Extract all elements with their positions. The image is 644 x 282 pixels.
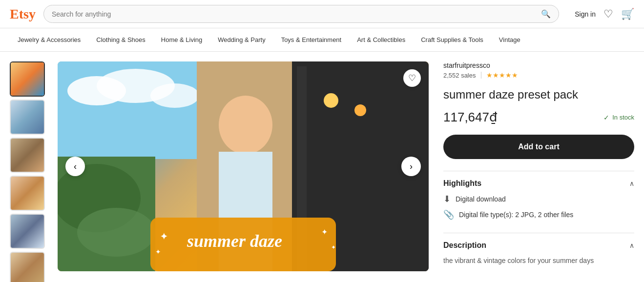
svg-text:✦: ✦ bbox=[331, 244, 336, 251]
nav-item-jewelry[interactable]: Jewelry & Accessories bbox=[10, 33, 88, 46]
search-input[interactable] bbox=[52, 10, 541, 18]
product-title: summer daze preset pack bbox=[443, 87, 634, 102]
sales-count: 2,552 sales bbox=[443, 72, 476, 79]
check-icon: ✓ bbox=[603, 114, 609, 121]
highlights-title: Highlights bbox=[443, 179, 481, 188]
in-stock-badge: ✓ In stock bbox=[603, 114, 634, 121]
nav-item-toys[interactable]: Toys & Entertainment bbox=[273, 33, 350, 46]
main-image-bg: ✦ ✦ ✦ ✦ summer daze bbox=[58, 61, 429, 271]
in-stock-text: In stock bbox=[612, 114, 634, 121]
thumbnail-6[interactable] bbox=[10, 252, 45, 282]
product-details: starfruitpressco 2,552 sales ★★★★★ summe… bbox=[438, 61, 634, 282]
search-bar: 🔍 bbox=[43, 5, 559, 23]
highlight-text-1: Digital download bbox=[456, 195, 506, 203]
svg-text:summer daze: summer daze bbox=[187, 231, 282, 251]
main-content: ✦ ✦ ✦ ✦ summer daze ‹ › ♡ starfruitpress… bbox=[0, 52, 644, 282]
prev-button[interactable]: ‹ bbox=[65, 157, 85, 176]
nav-bar: Jewelry & Accessories Clothing & Shoes H… bbox=[0, 28, 644, 52]
header-actions: Sign in ♡ 🛒 bbox=[575, 8, 634, 20]
cart-icon[interactable]: 🛒 bbox=[621, 8, 634, 20]
nav-item-art[interactable]: Art & Collectibles bbox=[349, 33, 413, 46]
highlight-text-2: Digital file type(s): 2 JPG, 2 other fil… bbox=[459, 211, 573, 219]
svg-point-9 bbox=[324, 93, 338, 108]
description-chevron-icon: ∧ bbox=[629, 242, 634, 249]
nav-item-home[interactable]: Home & Living bbox=[153, 33, 210, 46]
seller-name[interactable]: starfruitpressco bbox=[443, 61, 634, 69]
nav-item-clothing[interactable]: Clothing & Shoes bbox=[88, 33, 153, 46]
thumbnail-5[interactable] bbox=[10, 214, 45, 249]
star-rating: ★★★★★ bbox=[486, 71, 518, 79]
product-image-svg: ✦ ✦ ✦ ✦ summer daze bbox=[58, 61, 429, 271]
header: Etsy 🔍 Sign in ♡ 🛒 bbox=[0, 0, 644, 28]
description-title: Description bbox=[443, 241, 486, 250]
thumbnail-1[interactable] bbox=[10, 61, 45, 97]
product-price: 117,647₫ bbox=[443, 110, 498, 125]
add-to-cart-button[interactable]: Add to cart bbox=[443, 135, 634, 159]
search-icon[interactable]: 🔍 bbox=[541, 9, 551, 19]
nav-item-wedding[interactable]: Wedding & Party bbox=[210, 33, 273, 46]
thumbnail-2[interactable] bbox=[10, 100, 45, 135]
separator bbox=[481, 72, 481, 79]
thumbnail-3[interactable] bbox=[10, 138, 45, 173]
svg-text:✦: ✦ bbox=[321, 228, 328, 236]
nav-item-craft[interactable]: Craft Supplies & Tools bbox=[413, 33, 491, 46]
description-section: Description ∧ the vibrant & vintage colo… bbox=[443, 233, 634, 274]
highlights-section: Highlights ∧ ⬇ Digital download 📎 Digita… bbox=[443, 171, 634, 233]
seller-stats: 2,552 sales ★★★★★ bbox=[443, 71, 634, 79]
etsy-logo[interactable]: Etsy bbox=[10, 6, 36, 22]
main-image: ✦ ✦ ✦ ✦ summer daze ‹ › ♡ bbox=[58, 61, 429, 271]
svg-text:✦: ✦ bbox=[155, 248, 161, 256]
svg-text:✦: ✦ bbox=[160, 232, 167, 242]
description-header[interactable]: Description ∧ bbox=[443, 241, 634, 250]
svg-point-13 bbox=[77, 208, 155, 257]
svg-point-3 bbox=[150, 83, 199, 108]
price-row: 117,647₫ ✓ In stock bbox=[443, 110, 634, 125]
file-icon: 📎 bbox=[443, 209, 454, 220]
download-icon: ⬇ bbox=[443, 194, 451, 204]
nav-item-vintage[interactable]: Vintage bbox=[491, 33, 528, 46]
sign-in-link[interactable]: Sign in bbox=[575, 10, 596, 18]
highlights-chevron-icon: ∧ bbox=[629, 180, 634, 187]
highlights-header[interactable]: Highlights ∧ bbox=[443, 179, 634, 188]
svg-point-5 bbox=[219, 96, 272, 154]
svg-point-10 bbox=[354, 104, 366, 116]
thumbnail-list bbox=[10, 61, 48, 282]
favorite-button[interactable]: ♡ bbox=[403, 69, 421, 87]
highlight-item-1: ⬇ Digital download bbox=[443, 194, 634, 204]
next-button[interactable]: › bbox=[401, 157, 421, 176]
thumbnail-4[interactable] bbox=[10, 176, 45, 211]
wishlist-icon[interactable]: ♡ bbox=[603, 8, 613, 20]
highlight-item-2: 📎 Digital file type(s): 2 JPG, 2 other f… bbox=[443, 209, 634, 220]
description-text: the vibrant & vintage colors for your su… bbox=[443, 256, 634, 266]
